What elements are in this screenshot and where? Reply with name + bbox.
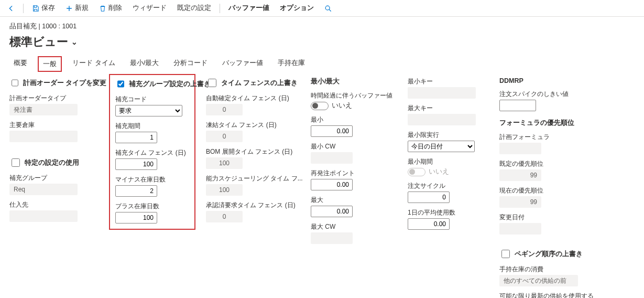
- min-label: 最小: [311, 115, 397, 124]
- order-cycle-field: 注文サイクル: [408, 182, 489, 203]
- approved-req-tf-field: 承認済要求タイム フェンス (日) 0: [206, 201, 300, 222]
- plan-order-type-field: 計画オーダータイプ 発注書: [9, 94, 99, 115]
- use-specific-settings-checkbox[interactable]: [12, 158, 20, 167]
- search-button[interactable]: [320, 3, 336, 14]
- delete-button[interactable]: 削除: [95, 2, 126, 14]
- max-field: 最大: [311, 196, 397, 217]
- min-period-value: いいえ: [429, 167, 449, 176]
- page-header: 品目補充 | 1000 : 1001 標準ビュー ⌄: [0, 17, 644, 56]
- max-cw-label: 最大 CW: [311, 222, 397, 231]
- min-key-label: 最小キー: [408, 77, 489, 86]
- page-title[interactable]: 標準ビュー ⌄: [9, 34, 78, 54]
- max-key-field: 最大キー: [408, 104, 489, 125]
- default-priority-value: 99: [499, 169, 541, 181]
- tab-buffer[interactable]: バッファー値: [218, 56, 267, 72]
- change-date-field: 変更日付: [499, 213, 604, 235]
- new-button[interactable]: 新規: [61, 2, 93, 14]
- default-settings-label: 既定の設定: [177, 4, 211, 13]
- replen-code-select[interactable]: 要求: [115, 105, 182, 116]
- default-settings-button[interactable]: 既定の設定: [173, 2, 215, 14]
- negative-days-input[interactable]: [115, 185, 157, 197]
- onhand-consumption-label: 手持在庫の消費: [499, 265, 604, 274]
- override-time-fence-checkbox[interactable]: [208, 79, 216, 87]
- override-pegging-label: ペギング順序の上書き: [515, 250, 583, 259]
- buffer-over-time-label: 時間経過に伴うバッファー値: [311, 91, 397, 100]
- primary-warehouse-label: 主要倉庫: [9, 121, 99, 130]
- plus-icon: [66, 5, 73, 12]
- ddmrp-heading: DDMRP: [499, 77, 604, 84]
- tab-onhand[interactable]: 手持在庫: [274, 56, 309, 72]
- positive-days-label: プラス在庫日数: [115, 202, 189, 211]
- wizard-label: ウィザード: [133, 4, 167, 13]
- col-ddmrp: DDMRP 注文スパイクのしきい値 フォーミュラの優先順位 計画フォーミュラ 既…: [499, 77, 604, 298]
- positive-days-input[interactable]: [115, 212, 157, 224]
- primary-warehouse-field: 主要倉庫: [9, 121, 99, 142]
- current-priority-value: 99: [499, 196, 541, 208]
- chevron-down-icon: ⌄: [71, 38, 78, 46]
- replen-group-label: 補充グループ: [9, 174, 99, 183]
- vendor-value: [9, 210, 78, 222]
- tab-general[interactable]: 一般: [38, 56, 62, 72]
- col-plan-order: 計画オーダー タイプを変更 計画オーダータイプ 発注書 主要倉庫 特定の設定の使…: [9, 77, 99, 222]
- capacity-tf-value: 100: [206, 184, 243, 196]
- wizard-button[interactable]: ウィザード: [128, 2, 171, 14]
- replen-time-fence-label: 補充タイム フェンス (日): [115, 148, 189, 157]
- save-label: 保存: [41, 4, 55, 13]
- current-priority-label: 現在の優先順位: [499, 186, 604, 195]
- plan-formula-label: 計画フォーミュラ: [499, 133, 604, 142]
- current-priority-field: 現在の優先順位 99: [499, 186, 604, 208]
- avg-daily-usage-label: 1日の平均使用数: [408, 208, 489, 217]
- tab-minmax[interactable]: 最小/最大: [126, 56, 163, 72]
- tab-analysis[interactable]: 分析コード: [169, 56, 212, 72]
- override-plan-order-type-checkbox[interactable]: [12, 79, 18, 87]
- override-group-settings-checkbox[interactable]: [117, 80, 124, 88]
- order-spike-threshold-input[interactable]: [499, 100, 536, 111]
- capacity-tf-field: 能力スケジューリング タイム フ... 100: [206, 174, 300, 196]
- replen-period-input[interactable]: [115, 132, 157, 143]
- back-button[interactable]: [3, 3, 19, 14]
- minmax-heading: 最小/最大: [311, 77, 397, 86]
- default-priority-label: 既定の優先順位: [499, 159, 604, 168]
- order-spike-threshold-label: 注文スパイクのしきい値: [499, 90, 604, 99]
- order-cycle-input[interactable]: [408, 191, 450, 203]
- max-label: 最大: [311, 196, 397, 205]
- search-icon: [324, 5, 332, 12]
- freeze-tf-field: 凍結タイム フェンス (日) 0: [206, 121, 300, 142]
- form: 計画オーダー タイプを変更 計画オーダータイプ 発注書 主要倉庫 特定の設定の使…: [0, 77, 644, 298]
- min-field: 最小: [311, 115, 397, 137]
- save-icon: [32, 5, 39, 12]
- save-button[interactable]: 保存: [28, 2, 59, 14]
- formula-priority-heading: フォーミュラの優先順位: [499, 119, 604, 127]
- replen-time-fence-input[interactable]: [115, 158, 157, 170]
- reorder-point-input[interactable]: [311, 179, 353, 190]
- min-period-label: 最小期間: [408, 157, 489, 166]
- buffer-over-time-field: 時間経過に伴うバッファー値 いいえ: [311, 91, 397, 110]
- order-cycle-label: 注文サイクル: [408, 182, 489, 190]
- min-execution-select[interactable]: 今日の日付: [408, 141, 475, 152]
- min-period-field: 最小期間 いいえ: [408, 157, 489, 176]
- buffer-over-time-toggle[interactable]: いいえ: [311, 101, 397, 110]
- override-pegging-checkbox[interactable]: [501, 250, 510, 258]
- override-pegging: ペギング順序の上書き: [499, 248, 604, 260]
- tab-overview[interactable]: 概要: [9, 56, 31, 72]
- plan-formula-field: 計画フォーミュラ: [499, 133, 604, 154]
- separator: [220, 4, 220, 13]
- replen-time-fence-field: 補充タイム フェンス (日): [115, 148, 189, 170]
- min-input[interactable]: [311, 125, 353, 137]
- replen-group-field: 補充グループ Req: [9, 174, 99, 195]
- buffer-values-button[interactable]: バッファー値: [224, 2, 274, 14]
- override-group-settings-label: 補充グループ設定の上書き: [129, 80, 211, 89]
- col-time-fence: タイム フェンスの上書き 自動確定タイム フェンス (日) 0 凍結タイム フェ…: [206, 77, 300, 222]
- onhand-consumption-value: 他のすべての供給の前: [499, 275, 578, 286]
- min-key-value: [408, 87, 476, 99]
- max-key-label: 最大キー: [408, 104, 489, 113]
- toggle-switch-icon: [408, 168, 425, 176]
- breadcrumb: 品目補充 | 1000 : 1001: [9, 22, 635, 34]
- max-cw-value: [311, 232, 353, 244]
- page-title-text: 標準ビュー: [9, 34, 68, 50]
- avg-daily-usage-input[interactable]: [408, 218, 450, 230]
- max-input[interactable]: [311, 206, 353, 217]
- options-button[interactable]: オプション: [276, 2, 318, 14]
- use-specific-settings: 特定の設定の使用: [9, 157, 99, 168]
- tab-leadtime[interactable]: リード タイム: [68, 56, 119, 72]
